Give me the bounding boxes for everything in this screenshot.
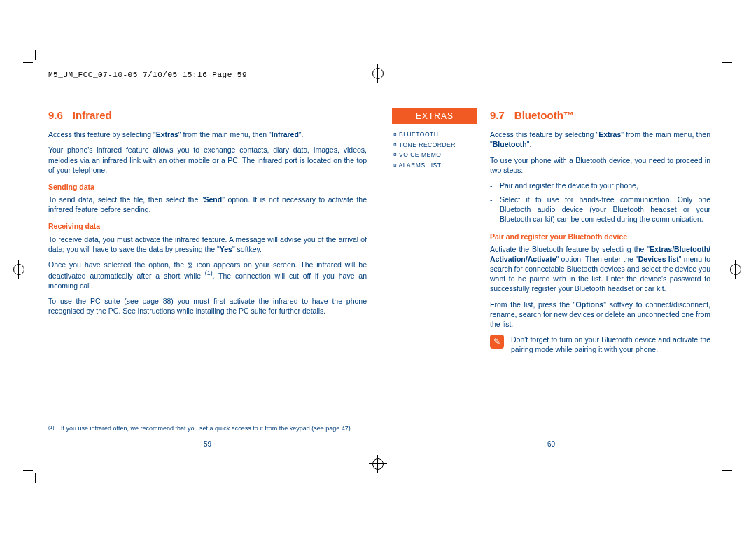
heading-receiving-data: Receiving data xyxy=(48,221,367,231)
footnote-1: (1) If you use infrared often, we recomm… xyxy=(48,424,367,433)
extras-item-tone-recorder: ¤ TONE RECORDER xyxy=(393,140,476,150)
crop-mark-icon xyxy=(23,50,36,63)
registration-mark-icon xyxy=(727,260,745,279)
bluetooth-access: Access this feature by selecting "Extras… xyxy=(490,129,710,149)
section-heading-bluetooth: 9.7Bluetooth™ xyxy=(490,108,710,122)
sending-data-text: To send data, select the file, then sele… xyxy=(48,195,367,214)
footnote-ref: (1) xyxy=(205,269,213,276)
pair-register-text: Activate the Bluetooth feature by select… xyxy=(490,244,710,294)
section-heading-infrared: 9.6Infrared xyxy=(48,108,367,122)
options-text: From the list, press the "Options" softk… xyxy=(490,300,710,330)
receiving-data-text-2: Once you have selected the option, the ⧖… xyxy=(48,260,367,290)
heading-sending-data: Sending data xyxy=(48,182,367,192)
manual-spread: M5_UM_FCC_07-10-05 7/10/05 15:16 Page 59… xyxy=(0,0,756,534)
crop-mark-icon xyxy=(23,470,36,483)
registration-mark-icon xyxy=(369,64,387,83)
bluetooth-steps-intro: To use your phone with a Bluetooth devic… xyxy=(490,155,710,175)
extras-item-alarms-list: ¤ ALARMS LIST xyxy=(393,160,476,170)
bluetooth-step-1: - Pair and register the device to your p… xyxy=(490,181,710,190)
infrared-desc: Your phone's infrared feature allows you… xyxy=(48,145,367,175)
crop-mark-icon xyxy=(720,470,732,483)
page-left: 9.6Infrared Access this feature by selec… xyxy=(48,108,367,321)
receiving-data-text: To receive data, you must activate the i… xyxy=(48,234,367,254)
registration-mark-icon xyxy=(369,455,387,473)
bluetooth-step-2: - Select it to use for hands-free commun… xyxy=(490,195,710,225)
extras-menu-box: EXTRAS ¤ BLUETOOTH ¤ TONE RECORDER ¤ VOI… xyxy=(392,108,477,170)
note-icon: ✎ xyxy=(490,335,504,349)
print-header: M5_UM_FCC_07-10-05 7/10/05 15:16 Page 59 xyxy=(48,70,247,80)
crop-mark-icon xyxy=(720,50,732,63)
extras-menu-list: ¤ BLUETOOTH ¤ TONE RECORDER ¤ VOICE MEMO… xyxy=(392,124,477,170)
infrared-access: Access this feature by selecting "Extras… xyxy=(48,129,367,139)
infrared-icon: ⧖ xyxy=(188,260,193,269)
page-number-right: 60 xyxy=(392,440,710,449)
pc-suite-text: To use the PC suite (see page 88) you mu… xyxy=(48,296,367,316)
bluetooth-column: 9.7Bluetooth™ Access this feature by sel… xyxy=(490,108,710,355)
registration-mark-icon xyxy=(10,260,28,279)
page-number-left: 59 xyxy=(48,440,367,449)
extras-item-voice-memo: ¤ VOICE MEMO xyxy=(393,150,476,160)
page-right: EXTRAS ¤ BLUETOOTH ¤ TONE RECORDER ¤ VOI… xyxy=(392,108,710,355)
extras-item-bluetooth: ¤ BLUETOOTH xyxy=(393,129,476,139)
bluetooth-note: ✎ Don't forget to turn on your Bluetooth… xyxy=(490,335,710,354)
extras-menu-title: EXTRAS xyxy=(392,108,477,124)
heading-pair-register: Pair and register your Bluetooth device xyxy=(490,232,710,241)
